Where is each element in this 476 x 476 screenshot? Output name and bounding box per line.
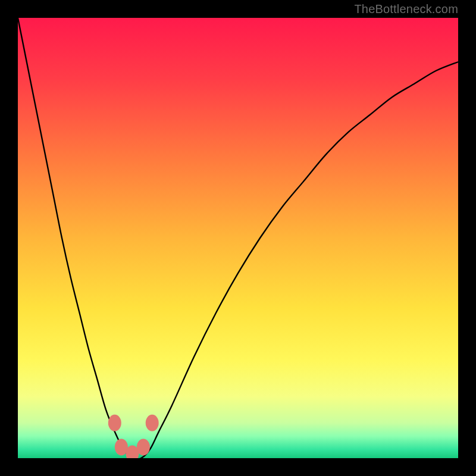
curve-marker — [137, 439, 150, 456]
curve-marker — [108, 415, 121, 431]
curve-layer — [18, 18, 458, 458]
curve-markers — [108, 415, 159, 458]
curve-marker — [146, 415, 159, 431]
chart-frame: TheBottleneck.com — [0, 0, 476, 476]
watermark-text: TheBottleneck.com — [354, 2, 458, 16]
bottleneck-curve — [18, 18, 458, 458]
plot-area — [18, 18, 458, 458]
